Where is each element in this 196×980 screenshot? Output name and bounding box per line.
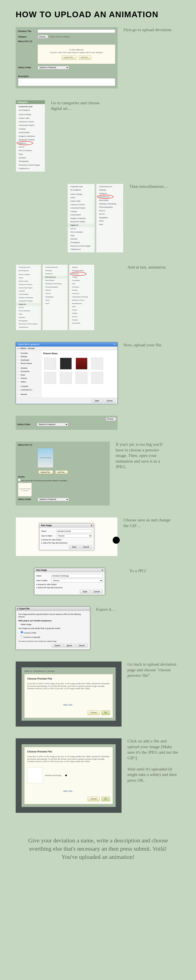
category-item[interactable]: Resources & Stock Images xyxy=(16,163,45,167)
file-thumb[interactable] xyxy=(90,358,104,370)
sidebar-item[interactable]: Libraries xyxy=(17,366,40,370)
gallery-folder-select[interactable]: Submit to Featured xyxy=(38,66,69,69)
category-item[interactable]: Flash xyxy=(16,313,41,316)
category-item[interactable]: Traditional Art xyxy=(16,326,41,329)
category-item[interactable]: Flash xyxy=(68,234,95,237)
category-item[interactable]: Resources & Stock Images xyxy=(16,323,41,326)
category-item[interactable]: Contests xyxy=(68,210,95,213)
sidebar-item[interactable]: Videos xyxy=(17,380,40,384)
gallery-folder-select[interactable]: Submit to Featured xyxy=(37,423,68,426)
savein-select[interactable]: Pictures xyxy=(51,579,103,582)
sidebar-item[interactable]: Favorites xyxy=(17,352,40,355)
cancel-button[interactable]: Cancel xyxy=(76,644,88,648)
file-thumb[interactable] xyxy=(59,358,73,370)
category-item[interactable]: Pixel Art xyxy=(43,289,68,292)
category-item[interactable]: Film & Animation xyxy=(16,149,45,152)
close-icon[interactable]: ✕ xyxy=(91,524,92,527)
category-item[interactable]: Dark xyxy=(69,282,94,286)
category-item[interactable]: Fan Art xyxy=(68,227,95,231)
category-item[interactable]: Community Projects xyxy=(68,207,95,210)
category-item[interactable]: Cartoons & Comics xyxy=(16,283,41,286)
keep-source-checkbox[interactable] xyxy=(18,479,21,481)
category-item[interactable]: deviantART Related xyxy=(16,138,45,142)
sidebar-item[interactable]: Recent Places xyxy=(17,362,40,365)
add-file-link[interactable]: Add a File... xyxy=(63,704,74,706)
category-item[interactable]: Artisan Crafts xyxy=(16,116,45,120)
category-item[interactable]: Photomanipulation xyxy=(43,286,68,289)
category-item[interactable]: Artisan Crafts xyxy=(16,280,41,283)
category-item[interactable]: Customization xyxy=(16,131,45,134)
category-item[interactable]: Fan Art xyxy=(16,145,45,149)
category-item[interactable]: Landscapes & Scenery xyxy=(69,295,94,299)
category-item[interactable]: Emotional xyxy=(69,286,94,289)
category-item[interactable]: deviantART Related xyxy=(68,220,95,224)
category-item[interactable]: Literature xyxy=(16,316,41,319)
category-item[interactable]: Typography xyxy=(43,295,68,299)
category-item[interactable]: Customization xyxy=(68,213,95,217)
file-thumb[interactable] xyxy=(59,372,73,384)
add-file-link[interactable]: Add a File... xyxy=(63,790,74,792)
close-icon[interactable]: ✕ xyxy=(102,569,103,571)
category-item[interactable]: Customization xyxy=(16,293,41,296)
sidebar-item[interactable]: Network xyxy=(17,393,40,396)
category-item[interactable]: Anime & Manga xyxy=(68,192,95,196)
category-item[interactable]: Abstract xyxy=(69,266,94,269)
cancel-button[interactable]: Cancel xyxy=(91,590,103,593)
category-item[interactable]: My Scrapbook xyxy=(16,269,41,272)
sidebar-item[interactable]: Music xyxy=(17,373,40,377)
category-item[interactable]: Film & Animation xyxy=(68,231,95,234)
category-item[interactable]: Miscellaneous xyxy=(43,275,68,279)
category-item[interactable]: Vexel xyxy=(43,302,68,305)
category-item[interactable]: Contests xyxy=(16,290,41,293)
category-item[interactable]: Political xyxy=(69,312,94,315)
add-text-button[interactable]: Add Text... xyxy=(55,470,68,474)
savein-select[interactable]: Pictures xyxy=(56,534,92,538)
choose-category-button[interactable]: Choose... xyxy=(38,35,48,38)
upload-file-button[interactable]: Upload File... xyxy=(62,56,76,60)
save-button[interactable]: Save xyxy=(69,545,80,549)
select-type[interactable]: Select File Type (By Extension) xyxy=(38,587,62,589)
category-item[interactable]: Other xyxy=(69,305,94,309)
category-item[interactable]: Anime & Manga xyxy=(16,113,45,116)
category-item[interactable]: Paintings & Airbrushing xyxy=(43,282,68,286)
sidebar-item[interactable]: Computer xyxy=(17,385,40,388)
filename-input[interactable] xyxy=(51,574,103,578)
sidebar-item[interactable]: Local Disk (C:) xyxy=(17,388,40,392)
category-item[interactable]: Mixed Media xyxy=(43,279,68,282)
open-button[interactable]: Open xyxy=(92,399,102,402)
file-thumb[interactable] xyxy=(75,358,88,370)
grey-radio[interactable] xyxy=(21,635,23,638)
category-item[interactable]: Vector xyxy=(43,299,68,302)
category-item[interactable]: Pixel Art xyxy=(96,209,123,213)
category-item[interactable]: Humorous xyxy=(69,292,94,295)
category-item[interactable]: Portraits xyxy=(69,318,94,322)
category-item[interactable]: Digital Art xyxy=(16,142,45,145)
category-item[interactable]: Mixed Media xyxy=(96,199,123,202)
sidebar-item[interactable]: Documents xyxy=(17,370,40,373)
category-item[interactable]: Artisan Crafts xyxy=(68,199,95,203)
cancel-button[interactable]: Cancel xyxy=(104,399,115,402)
choose-btn[interactable]: Choose... xyxy=(106,417,116,421)
cancel-button[interactable]: Cancel xyxy=(88,797,100,801)
category-item[interactable]: Film & Animation xyxy=(16,309,41,313)
file-thumb[interactable] xyxy=(75,372,88,384)
category-item[interactable]: Photography xyxy=(68,241,95,244)
sidebar-item[interactable]: Downloads xyxy=(17,358,40,362)
category-item[interactable]: Digital Art xyxy=(16,303,41,306)
category-item[interactable]: Designs & Interfaces xyxy=(16,134,45,138)
sidebar-item[interactable]: Desktop xyxy=(17,355,40,358)
category-item[interactable]: Frequently Used xyxy=(16,266,41,269)
export-button[interactable]: Export xyxy=(52,644,63,648)
category-item[interactable]: Macabre & Horror xyxy=(69,299,94,302)
category-item[interactable]: Contests xyxy=(16,127,45,131)
cancel-button[interactable]: Cancel xyxy=(80,545,92,549)
rgb-radio[interactable] xyxy=(21,631,23,633)
description-input[interactable] xyxy=(18,78,115,86)
upload-file-button[interactable]: Upload File... xyxy=(38,470,53,474)
category-item[interactable]: Paintings & Airbrushing xyxy=(96,202,123,206)
category-item[interactable]: Drawings xyxy=(43,269,68,272)
category-item[interactable]: Photomanipulation xyxy=(96,205,123,209)
file-thumb[interactable] xyxy=(90,372,104,384)
cancel-button[interactable]: Cancel xyxy=(88,710,100,715)
category-item[interactable]: Vexel xyxy=(96,223,123,226)
